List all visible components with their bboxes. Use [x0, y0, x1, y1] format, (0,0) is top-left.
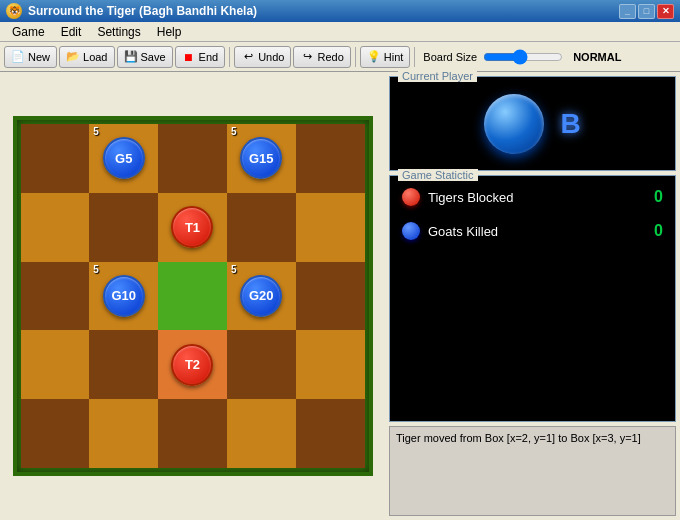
menu-game[interactable]: Game [4, 23, 53, 41]
goats-killed-indicator: Goats Killed [402, 222, 498, 240]
board-size-label: Board Size [423, 51, 477, 63]
load-button[interactable]: 📂 Load [59, 46, 114, 68]
title-bar: 🐯 Surround the Tiger (Bagh Bandhi Khela)… [0, 0, 680, 22]
player-display: B [396, 83, 669, 164]
cell-3-1[interactable] [89, 330, 158, 399]
redo-button[interactable]: ↪ Redo [293, 46, 350, 68]
goats-killed-value: 0 [654, 222, 663, 240]
cell-4-3[interactable] [227, 399, 296, 468]
goats-killed-row: Goats Killed 0 [402, 218, 663, 244]
new-icon: 📄 [11, 50, 25, 64]
piece-g20[interactable]: G20 [240, 275, 282, 317]
cell-4-2[interactable] [158, 399, 227, 468]
minimize-button[interactable]: _ [619, 4, 636, 19]
game-board: 5G55G15T15G105G20T2 [21, 124, 365, 468]
tigers-blocked-dot [402, 188, 420, 206]
piece-t1[interactable]: T1 [171, 206, 213, 248]
piece-t2[interactable]: T2 [171, 344, 213, 386]
cell-3-0[interactable] [21, 330, 90, 399]
cell-2-1[interactable]: 5G10 [89, 262, 158, 331]
board-outer: 5G55G15T15G105G20T2 [13, 116, 373, 476]
cell-1-3[interactable] [227, 193, 296, 262]
window-controls: _ □ ✕ [619, 4, 674, 19]
tigers-blocked-label: Tigers Blocked [428, 190, 514, 205]
current-player-title: Current Player [398, 70, 477, 82]
redo-icon: ↪ [300, 50, 314, 64]
cell-0-3[interactable]: 5G15 [227, 124, 296, 193]
player-letter: B [560, 108, 580, 140]
cell-4-0[interactable] [21, 399, 90, 468]
menu-edit[interactable]: Edit [53, 23, 90, 41]
tigers-blocked-value: 0 [654, 188, 663, 206]
cell-0-1[interactable]: 5G5 [89, 124, 158, 193]
board-size-slider[interactable] [483, 49, 563, 65]
cell-3-3[interactable] [227, 330, 296, 399]
log-panel: Tiger moved from Box [x=2, y=1] to Box [… [389, 426, 676, 516]
main-area: 5G55G15T15G105G20T2 Current Player B Gam… [0, 72, 680, 520]
log-entry: Tiger moved from Box [x=2, y=1] to Box [… [396, 431, 669, 445]
piece-g15[interactable]: G15 [240, 137, 282, 179]
goats-killed-label: Goats Killed [428, 224, 498, 239]
tigers-blocked-indicator: Tigers Blocked [402, 188, 514, 206]
cell-4-1[interactable] [89, 399, 158, 468]
save-button[interactable]: 💾 Save [117, 46, 173, 68]
save-icon: 💾 [124, 50, 138, 64]
undo-button[interactable]: ↩ Undo [234, 46, 291, 68]
stats-panel: Game Statictic Tigers Blocked 0 Goats Ki… [389, 175, 676, 422]
player-sphere [484, 94, 544, 154]
piece-g5[interactable]: G5 [103, 137, 145, 179]
cell-0-0[interactable] [21, 124, 90, 193]
cell-2-4[interactable] [296, 262, 365, 331]
hint-button[interactable]: 💡 Hint [360, 46, 411, 68]
tigers-blocked-row: Tigers Blocked 0 [402, 184, 663, 210]
cell-0-2[interactable] [158, 124, 227, 193]
maximize-button[interactable]: □ [638, 4, 655, 19]
piece-g10[interactable]: G10 [103, 275, 145, 317]
menu-bar: Game Edit Settings Help [0, 22, 680, 42]
cell-3-2[interactable]: T2 [158, 330, 227, 399]
load-icon: 📂 [66, 50, 80, 64]
cell-2-0[interactable] [21, 262, 90, 331]
cell-4-4[interactable] [296, 399, 365, 468]
cell-1-4[interactable] [296, 193, 365, 262]
window-title: Surround the Tiger (Bagh Bandhi Khela) [28, 4, 257, 18]
goats-killed-dot [402, 222, 420, 240]
close-button[interactable]: ✕ [657, 4, 674, 19]
cell-1-2[interactable]: T1 [158, 193, 227, 262]
end-button[interactable]: ⏹ End [175, 46, 226, 68]
normal-label: NORMAL [573, 51, 621, 63]
cell-1-0[interactable] [21, 193, 90, 262]
undo-icon: ↩ [241, 50, 255, 64]
hint-icon: 💡 [367, 50, 381, 64]
app-icon: 🐯 [6, 3, 22, 19]
new-button[interactable]: 📄 New [4, 46, 57, 68]
menu-help[interactable]: Help [149, 23, 190, 41]
end-icon: ⏹ [182, 50, 196, 64]
cell-1-1[interactable] [89, 193, 158, 262]
current-player-panel: Current Player B [389, 76, 676, 171]
menu-settings[interactable]: Settings [89, 23, 148, 41]
cell-0-4[interactable] [296, 124, 365, 193]
cell-3-4[interactable] [296, 330, 365, 399]
stats-title: Game Statictic [398, 169, 478, 181]
cell-2-3[interactable]: 5G20 [227, 262, 296, 331]
right-panel: Current Player B Game Statictic Tigers B… [385, 72, 680, 520]
cell-2-2[interactable] [158, 262, 227, 331]
board-container: 5G55G15T15G105G20T2 [0, 72, 385, 520]
toolbar: 📄 New 📂 Load 💾 Save ⏹ End ↩ Undo ↪ Redo … [0, 42, 680, 72]
